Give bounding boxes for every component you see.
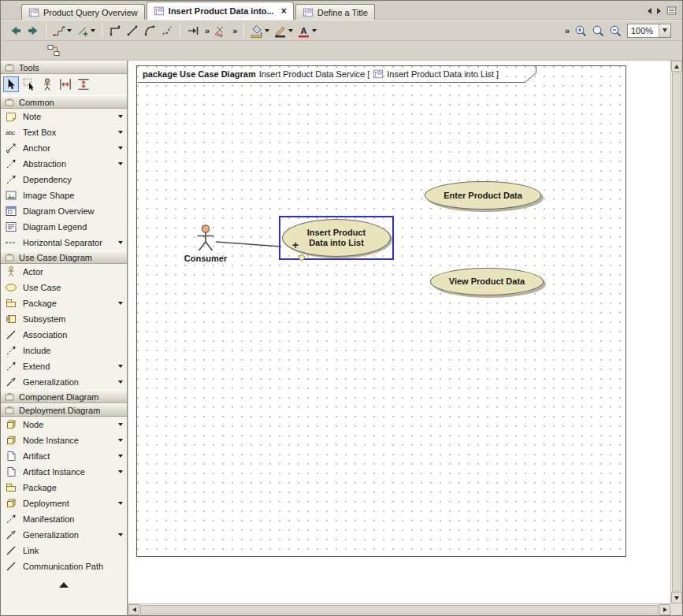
zoom-out-button[interactable] bbox=[607, 23, 624, 39]
chevron-down-icon[interactable] bbox=[118, 470, 123, 473]
palette-item-generalization-deploy[interactable]: Generalization bbox=[1, 527, 127, 543]
close-icon[interactable]: × bbox=[281, 7, 287, 15]
palette-item-package[interactable]: Package bbox=[1, 295, 127, 311]
palette-item-note[interactable]: Note bbox=[1, 109, 127, 124]
palette-item-link[interactable]: Link bbox=[1, 543, 127, 558]
straight-path-button[interactable] bbox=[124, 23, 141, 39]
palette-section-component-diagram[interactable]: Component Diagram bbox=[1, 390, 127, 403]
scroll-up-button[interactable] bbox=[671, 61, 682, 72]
palette-item-anchor[interactable]: Anchor bbox=[1, 140, 127, 156]
tab-product-query-overview[interactable]: Product Query Overview bbox=[21, 4, 145, 20]
drag-tool-button[interactable] bbox=[39, 76, 55, 92]
horizontal-scroll-thumb[interactable] bbox=[140, 605, 659, 614]
palette-item-dependency[interactable]: Dependency bbox=[1, 172, 127, 187]
chevron-down-icon[interactable] bbox=[118, 455, 123, 458]
palette-item-artifact-instance[interactable]: Artifact Instance bbox=[1, 464, 127, 480]
related-elements-button[interactable] bbox=[45, 43, 62, 58]
palette-item-package-deploy[interactable]: Package bbox=[1, 480, 127, 495]
palette-section-tools[interactable]: Tools bbox=[1, 61, 127, 74]
chevron-down-icon[interactable] bbox=[118, 115, 123, 118]
palette-section-common[interactable]: Common bbox=[1, 95, 127, 109]
zoom-combo-arrow[interactable] bbox=[659, 24, 670, 37]
diagram-canvas[interactable]: package Use Case Diagram Insert Product … bbox=[128, 61, 670, 603]
actor-consumer[interactable]: Consumer bbox=[195, 225, 216, 263]
palette-item-association[interactable]: Association bbox=[1, 327, 127, 343]
cut-path-button[interactable] bbox=[212, 23, 229, 39]
spline-path-button[interactable] bbox=[158, 23, 176, 39]
association-line[interactable] bbox=[137, 66, 627, 558]
palette-item-image-shape[interactable]: Image Shape bbox=[1, 187, 127, 203]
scroll-tabs-right-icon[interactable] bbox=[657, 8, 661, 14]
toolbar-overflow-icon[interactable]: » bbox=[232, 26, 236, 35]
chevron-down-icon[interactable] bbox=[118, 147, 123, 150]
palette-item-diagram-legend[interactable]: Diagram Legend bbox=[1, 219, 127, 235]
chevron-down-icon[interactable] bbox=[118, 533, 123, 536]
distribute-vertical-button[interactable] bbox=[76, 76, 91, 92]
fill-color-button[interactable] bbox=[248, 23, 265, 39]
scroll-left-button[interactable] bbox=[128, 604, 139, 615]
chevron-down-icon[interactable] bbox=[118, 439, 123, 442]
palette-item-generalization[interactable]: Generalization bbox=[1, 374, 127, 390]
palette-section-use-case-diagram[interactable]: Use Case Diagram bbox=[1, 250, 127, 264]
area-selection-tool-button[interactable] bbox=[21, 76, 37, 92]
add-element-button[interactable] bbox=[74, 23, 91, 39]
palette-item-include[interactable]: Include bbox=[1, 343, 127, 358]
zoom-in-button[interactable] bbox=[572, 23, 589, 39]
tab-insert-product-data[interactable]: Insert Product Data into... × bbox=[147, 2, 294, 20]
palette-item-actor[interactable]: Actor bbox=[1, 264, 127, 280]
scroll-down-button[interactable] bbox=[671, 592, 682, 603]
palette-item-deployment[interactable]: Deployment bbox=[1, 495, 127, 511]
palette-item-diagram-overview[interactable]: Diagram Overview bbox=[1, 203, 127, 219]
palette-item-text-box[interactable]: abc Text Box bbox=[1, 124, 127, 140]
chevron-down-icon[interactable] bbox=[312, 29, 317, 32]
toolbar-overflow-icon[interactable]: » bbox=[565, 26, 569, 35]
zoom-fit-button[interactable] bbox=[589, 23, 607, 39]
line-color-button[interactable] bbox=[272, 23, 289, 39]
palette-item-use-case[interactable]: Use Case bbox=[1, 280, 127, 295]
chevron-down-icon[interactable] bbox=[118, 365, 123, 368]
distribute-horizontal-button[interactable] bbox=[58, 76, 73, 92]
palette-item-extend[interactable]: Extend bbox=[1, 358, 127, 374]
scroll-tabs-left-icon[interactable] bbox=[648, 8, 651, 14]
use-case-view-product-data[interactable]: View Product Data bbox=[430, 268, 544, 295]
use-case-enter-product-data[interactable]: Enter Product Data bbox=[425, 181, 541, 210]
chevron-down-icon[interactable] bbox=[118, 302, 123, 305]
chevron-down-icon[interactable] bbox=[288, 29, 293, 32]
toolbar-overflow-icon[interactable]: » bbox=[205, 26, 209, 35]
chevron-down-icon[interactable] bbox=[118, 502, 123, 505]
horizontal-scrollbar[interactable] bbox=[128, 603, 670, 615]
chevron-down-icon[interactable] bbox=[118, 131, 123, 134]
chevron-down-icon[interactable] bbox=[265, 29, 269, 32]
chevron-down-icon[interactable] bbox=[118, 162, 123, 165]
rectilinear-path-button[interactable] bbox=[106, 23, 124, 39]
scroll-right-button[interactable] bbox=[659, 604, 670, 615]
chevron-down-icon[interactable] bbox=[118, 423, 123, 426]
window-list-icon[interactable] bbox=[666, 6, 677, 16]
selection-tool-button[interactable] bbox=[3, 76, 19, 92]
back-button[interactable] bbox=[7, 23, 24, 39]
palette-scroll-up-icon[interactable] bbox=[59, 582, 69, 588]
chevron-down-icon[interactable] bbox=[118, 241, 123, 244]
palette-item-subsystem[interactable]: Subsystem bbox=[1, 311, 127, 327]
palette-item-communication-path[interactable]: Communication Path bbox=[1, 558, 127, 574]
chevron-down-icon[interactable] bbox=[91, 29, 95, 32]
palette-item-node-instance[interactable]: Node Instance bbox=[1, 432, 127, 448]
chevron-down-icon[interactable] bbox=[118, 380, 123, 384]
layout-tool-button[interactable] bbox=[50, 23, 68, 39]
link-handle-dot[interactable] bbox=[299, 254, 305, 261]
vertical-scrollbar[interactable] bbox=[670, 61, 682, 603]
palette-item-node[interactable]: Node bbox=[1, 417, 127, 432]
palette-item-manifestation[interactable]: Manifestation bbox=[1, 511, 127, 527]
forward-button[interactable] bbox=[24, 23, 42, 39]
selection-rectangle[interactable]: Insert Product Data into List bbox=[279, 216, 394, 260]
palette-section-deployment-diagram[interactable]: Deployment Diagram bbox=[1, 403, 127, 417]
palette-item-artifact[interactable]: Artifact bbox=[1, 448, 127, 464]
zoom-level-combo[interactable]: 100% bbox=[627, 24, 671, 38]
jump-to-target-button[interactable] bbox=[184, 23, 202, 39]
palette-item-abstraction[interactable]: Abstraction bbox=[1, 156, 127, 172]
font-color-button[interactable]: A bbox=[295, 23, 313, 39]
tab-define-a-title[interactable]: Define a Title bbox=[295, 4, 375, 20]
vertical-scroll-thumb[interactable] bbox=[672, 72, 681, 592]
chevron-down-icon[interactable] bbox=[67, 29, 72, 32]
curved-path-button[interactable] bbox=[141, 23, 158, 39]
